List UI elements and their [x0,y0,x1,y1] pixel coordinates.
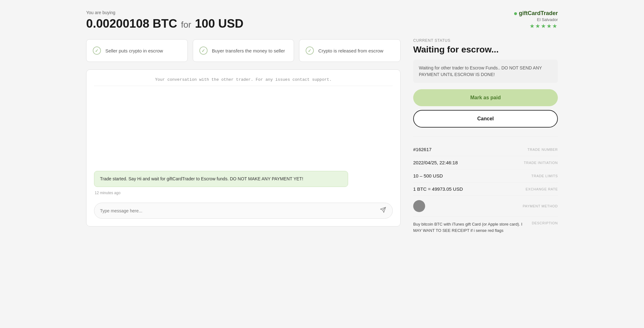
right-panel: giftCardTrader El Salvador ★★★★★ CURRENT… [413,10,558,238]
step-card-2: ✓ Buyer transfers the money to seller [193,39,294,62]
for-word: for [181,20,191,30]
step-3-text: Crypto is released from escrow [318,47,383,54]
chat-bubble: Trade started. Say Hi and wait for giftC… [94,171,348,187]
chat-timestamp: 12 minutes ago [94,191,393,195]
send-icon [380,207,386,213]
chat-input[interactable] [100,208,376,213]
exchange-rate-value: 1 BTC = 49973.05 USD [413,186,463,192]
apple-icon [413,200,425,212]
step-2-text: Buyer transfers the money to seller [212,47,285,54]
chat-messages: Trade started. Say Hi and wait for giftC… [94,91,393,195]
send-button[interactable] [379,206,387,215]
step-1-icon: ✓ [93,46,101,55]
exchange-rate-row: 1 BTC = 49973.05 USD EXCHANGE RATE [413,183,558,196]
mark-as-paid-button[interactable]: Mark as paid [413,89,558,106]
chat-header-text: Your conversation with the other trader.… [94,77,393,86]
left-panel: You are buying 0.00200108 BTC for 100 US… [86,10,401,238]
payment-method-label: PAYMENT METHOD [523,204,558,208]
trade-initiation-label: TRADE INITIATION [524,161,558,165]
brand-name: giftCardTrader [514,10,558,17]
description-label: DESCRIPTION [532,221,558,225]
step-3-icon: ✓ [306,46,314,55]
trade-initiation-value: 2022/04/25, 22:46:18 [413,160,458,165]
trade-number-value: #162617 [413,147,431,152]
status-title: Waiting for escrow... [413,45,558,55]
trade-number-row: #162617 TRADE NUMBER [413,143,558,156]
brand-online-dot [514,12,517,15]
chat-spacer [94,91,393,168]
steps-row: ✓ Seller puts crypto in escrow ✓ Buyer t… [86,39,401,62]
trade-limits-label: TRADE LIMITS [531,174,558,178]
brand-location: El Salvador [537,17,558,22]
brand-row: giftCardTrader El Salvador ★★★★★ [413,10,558,30]
description-row: Buy bitcoin BTC with iTunes gift Card (o… [413,217,558,238]
brand-stars: ★★★★★ [530,23,558,30]
step-1-text: Seller puts crypto in escrow [105,47,163,54]
chat-input-row[interactable] [94,203,393,219]
chat-container: Your conversation with the other trader.… [86,69,401,227]
usd-amount: 100 USD [195,17,243,30]
trade-title: 0.00200108 BTC for 100 USD [86,17,401,30]
cancel-button[interactable]: Cancel [413,110,558,128]
step-card-1: ✓ Seller puts crypto in escrow [86,39,188,62]
current-status-label: CURRENT STATUS [413,38,558,43]
trade-details: #162617 TRADE NUMBER 2022/04/25, 22:46:1… [413,136,558,238]
btc-amount: 0.00200108 BTC [86,17,177,30]
trade-limits-row: 10 – 500 USD TRADE LIMITS [413,169,558,183]
trade-limits-value: 10 – 500 USD [413,173,443,178]
step-2-icon: ✓ [199,46,208,55]
trade-number-label: TRADE NUMBER [528,148,558,151]
trade-initiation-row: 2022/04/25, 22:46:18 TRADE INITIATION [413,156,558,169]
payment-method-row: PAYMENT METHOD [413,196,558,217]
step-card-3: ✓ Crypto is released from escrow [299,39,401,62]
exchange-rate-label: EXCHANGE RATE [526,187,558,191]
buy-label: You are buying [86,10,401,15]
escrow-warning: Waiting for other trader to Escrow Funds… [413,60,558,83]
description-text: Buy bitcoin BTC with iTunes gift Card (o… [413,221,525,233]
